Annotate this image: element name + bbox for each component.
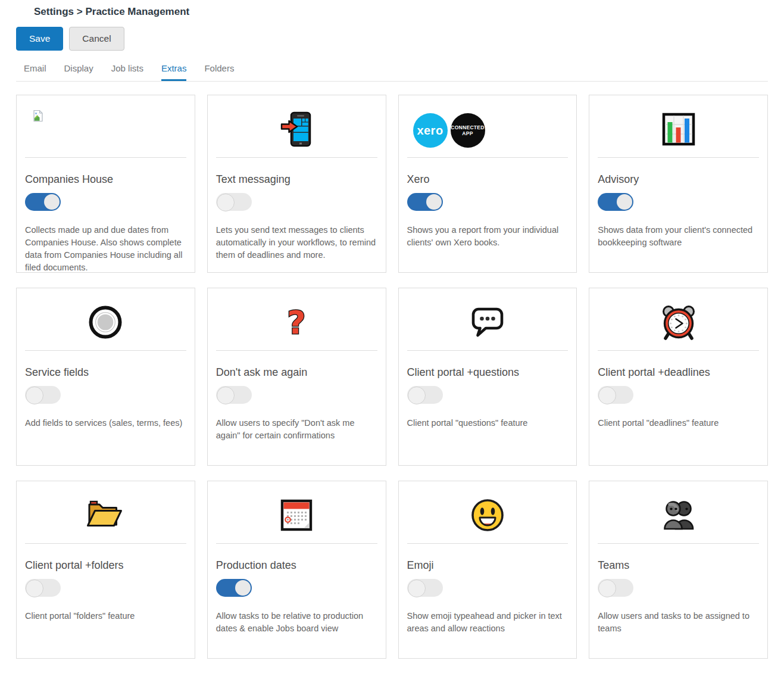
companies-house-toggle[interactable]: [25, 193, 61, 211]
client-portal-folders-toggle[interactable]: [25, 579, 61, 597]
card-description: Collects made up and due dates from Comp…: [25, 224, 186, 273]
card-title: Don't ask me again: [216, 366, 377, 379]
feature-card-grid: Companies House Collects made up and due…: [16, 95, 768, 659]
svg-text:?: ?: [287, 304, 305, 341]
card-title: Companies House: [25, 173, 186, 186]
broken-image-icon: [32, 110, 44, 124]
cancel-button[interactable]: Cancel: [69, 27, 124, 51]
card-advisory: Advisory Shows data from your client's c…: [589, 95, 768, 273]
card-emoji: Emoji Show emoji typeahead and picker in…: [398, 481, 577, 659]
card-companies-house: Companies House Collects made up and due…: [16, 95, 195, 273]
card-client-portal-deadlines: Client portal +deadlines Client portal "…: [589, 288, 768, 466]
card-xero: xero CONNECTED APP Xero Shows you a repo…: [398, 95, 577, 273]
card-title: Emoji: [407, 559, 569, 572]
card-description: Shows you a report from your individual …: [407, 224, 569, 249]
card-divider: [25, 543, 186, 544]
team-busts-icon: [660, 499, 697, 534]
card-teams: Teams Allow users and tasks to be assign…: [589, 481, 768, 659]
teams-toggle[interactable]: [598, 579, 633, 597]
card-description: Client portal "questions" feature: [407, 417, 569, 429]
question-mark-icon: ?: [279, 304, 314, 343]
card-divider: [216, 543, 377, 544]
client-portal-deadlines-toggle[interactable]: [598, 386, 633, 404]
card-title: Xero: [407, 173, 569, 186]
card-service-fields: Service fields Add fields to services (s…: [16, 288, 195, 466]
card-title: Client portal +folders: [25, 559, 186, 572]
card-description: Shows data from your client's connected …: [598, 224, 759, 249]
card-divider: [598, 157, 759, 158]
smiley-face-icon: [470, 498, 505, 535]
card-dont-ask-me-again: ? Don't ask me again Allow users to spec…: [207, 288, 386, 466]
card-title: Advisory: [598, 173, 759, 186]
card-description: Show emoji typeahead and picker in text …: [407, 610, 569, 635]
card-divider: [598, 543, 759, 544]
bar-chart-icon: [661, 112, 696, 149]
emoji-toggle[interactable]: [407, 579, 443, 597]
card-client-portal-folders: Client portal +folders Client portal "fo…: [16, 481, 195, 659]
tab-job-lists[interactable]: Job lists: [111, 63, 143, 81]
card-title: Text messaging: [216, 173, 377, 186]
card-text-messaging: Text messaging Lets you send text messag…: [207, 95, 386, 273]
card-title: Teams: [598, 559, 759, 572]
card-title: Service fields: [25, 366, 186, 379]
action-buttons: Save Cancel: [16, 27, 784, 51]
open-folder-icon: [86, 499, 124, 534]
advisory-toggle[interactable]: [598, 193, 633, 211]
tab-display[interactable]: Display: [64, 63, 93, 81]
tabs-bar: Email Display Job lists Extras Folders: [16, 63, 768, 82]
speech-bubble-icon: [470, 306, 505, 341]
xero-toggle[interactable]: [407, 193, 443, 211]
card-divider: [598, 350, 759, 351]
card-divider: [25, 157, 186, 158]
service-fields-toggle[interactable]: [25, 386, 61, 404]
breadcrumb: Settings > Practice Management: [34, 6, 784, 18]
card-divider: [407, 157, 569, 158]
client-portal-questions-toggle[interactable]: [407, 386, 443, 404]
card-description: Lets you send text messages to clients a…: [216, 224, 377, 261]
card-client-portal-questions: Client portal +questions Client portal "…: [398, 288, 577, 466]
calendar-icon: [279, 498, 314, 535]
tab-email[interactable]: Email: [24, 63, 46, 81]
card-title: Client portal +deadlines: [598, 366, 759, 379]
card-divider: [25, 350, 186, 351]
tab-folders[interactable]: Folders: [204, 63, 234, 81]
card-description: Add fields to services (sales, terms, fe…: [25, 417, 186, 429]
radio-button-icon: [88, 305, 123, 342]
text-messaging-toggle[interactable]: [216, 193, 252, 211]
card-description: Allow users to specify "Don't ask me aga…: [216, 417, 377, 442]
card-production-dates: Production dates Allow tasks to be relat…: [207, 481, 386, 659]
save-button[interactable]: Save: [16, 27, 63, 51]
xero-connected-app-badge: CONNECTED APP: [451, 113, 485, 148]
card-description: Allow tasks to be relative to production…: [216, 610, 377, 635]
xero-logo-icon: xero: [413, 113, 448, 148]
card-divider: [407, 543, 569, 544]
production-dates-toggle[interactable]: [216, 579, 252, 597]
card-description: Allow users and tasks to be assigned to …: [598, 610, 759, 635]
card-title: Client portal +questions: [407, 366, 569, 379]
card-description: Client portal "folders" feature: [25, 610, 186, 622]
alarm-clock-icon: [661, 304, 696, 342]
card-divider: [216, 157, 377, 158]
card-title: Production dates: [216, 559, 377, 572]
card-divider: [216, 350, 377, 351]
phone-incoming-message-icon: [279, 111, 314, 150]
dont-ask-me-again-toggle[interactable]: [216, 386, 252, 404]
card-description: Client portal "deadlines" feature: [598, 417, 759, 429]
card-divider: [407, 350, 569, 351]
tab-extras[interactable]: Extras: [161, 63, 187, 81]
